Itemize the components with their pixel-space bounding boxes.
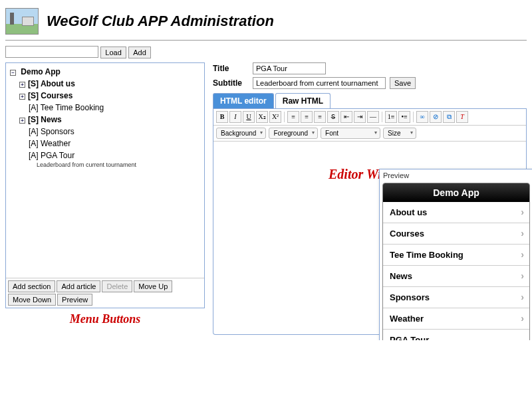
delete-button[interactable]: Delete (102, 280, 132, 292)
separator-icon (382, 112, 382, 122)
tree-item[interactable]: [A] Weather (19, 138, 200, 150)
phone-list-item[interactable]: Tee Time Booking› (383, 245, 529, 266)
add-section-button[interactable]: Add section (8, 280, 55, 292)
background-select[interactable]: Background (216, 128, 266, 139)
tree-item-label: [S] Courses (28, 91, 72, 100)
subtitle-input[interactable] (253, 77, 386, 89)
tree-panel: − Demo App +[S] About us+[S] Courses[A] … (5, 62, 205, 308)
add-article-button[interactable]: Add article (57, 280, 100, 292)
image-icon[interactable]: ⧉ (443, 111, 455, 123)
phone-item-label: Courses (390, 229, 523, 239)
tree-root[interactable]: − Demo App (10, 66, 200, 78)
add-button[interactable]: Add (128, 47, 151, 58)
phone-list-item[interactable]: Weather› (383, 308, 529, 330)
separator-icon (413, 112, 414, 122)
title-input[interactable] (253, 62, 326, 74)
phone-item-label: News (390, 271, 523, 281)
hr-icon[interactable]: — (367, 111, 379, 123)
chevron-right-icon: › (521, 270, 524, 281)
underline-icon[interactable]: U (243, 111, 255, 123)
strike-icon[interactable]: S̶ (327, 111, 339, 123)
subtitle-label: Subtitle (213, 78, 249, 88)
tree-item[interactable]: +[S] Courses (19, 90, 200, 102)
editor-column: Title Subtitle Save HTML editor Raw HTML… (213, 62, 527, 335)
tree-list: +[S] About us+[S] Courses[A] Tee Time Bo… (10, 78, 200, 168)
phone-item-label: Sponsors (390, 292, 523, 302)
outdent-icon[interactable]: ⇤ (340, 111, 352, 123)
format-toolbar-2: Background Foreground Font Size (213, 126, 526, 142)
phone-list-item[interactable]: PGA TourLeaderboard from current tournam… (383, 330, 529, 340)
preview-panel: Preview Demo App About us›Courses›Tee Ti… (379, 169, 532, 340)
preview-button[interactable]: Preview (57, 294, 92, 306)
tree-item[interactable]: [A] Sponsors (19, 126, 200, 138)
unordered-list-icon[interactable]: •≡ (398, 111, 410, 123)
title-label: Title (213, 64, 249, 73)
subscript-icon[interactable]: X₂ (256, 111, 268, 123)
align-right-icon[interactable]: ≡ (314, 111, 326, 123)
chevron-right-icon: › (521, 228, 524, 239)
tree-item-label: [S] News (28, 115, 62, 124)
align-center-icon[interactable]: ≡ (301, 111, 313, 123)
tree-item-label: [A] Sponsors (29, 127, 74, 136)
menu-buttons-annotation: Menu Buttons (5, 312, 205, 326)
italic-icon[interactable]: I (229, 111, 241, 123)
clear-format-icon[interactable]: T (456, 111, 468, 123)
tree-item-label: [A] PGA Tour (29, 151, 74, 160)
ordered-list-icon[interactable]: 1≡ (385, 111, 397, 123)
search-input[interactable] (5, 46, 98, 58)
tree-item-label: [A] Tee Time Booking (29, 103, 104, 112)
chevron-right-icon: › (521, 249, 524, 260)
phone-item-label: About us (390, 207, 523, 217)
tab-html-editor[interactable]: HTML editor (213, 93, 274, 108)
indent-icon[interactable]: ⇥ (354, 111, 366, 123)
tree-item-label: [S] About us (28, 79, 75, 88)
move-up-button[interactable]: Move Up (134, 280, 172, 292)
expand-icon[interactable]: + (19, 82, 25, 88)
foreground-select[interactable]: Foreground (269, 128, 318, 139)
tree-column: − Demo App +[S] About us+[S] Courses[A] … (5, 62, 205, 326)
collapse-icon[interactable]: − (10, 70, 16, 76)
app-header: WeGolf Club APP Administration (5, 5, 527, 41)
expand-icon[interactable]: + (19, 94, 25, 100)
size-select[interactable]: Size (383, 128, 416, 139)
align-left-icon[interactable]: ≡ (287, 111, 299, 123)
page-title: WeGolf Club APP Administration (47, 13, 274, 30)
load-button[interactable]: Load (100, 47, 126, 58)
tree-item-label: [A] Weather (29, 139, 70, 148)
subtitle-row: Subtitle Save (213, 77, 527, 89)
chevron-right-icon: › (521, 338, 524, 340)
font-select[interactable]: Font (321, 128, 380, 139)
phone-header: Demo App (383, 183, 529, 202)
phone-preview: Demo App About us›Courses›Tee Time Booki… (382, 183, 530, 340)
phone-list: About us›Courses›Tee Time Booking›News›S… (383, 202, 529, 340)
tree-item[interactable]: +[S] About us (19, 78, 200, 90)
phone-list-item[interactable]: Sponsors› (383, 287, 529, 308)
tree-item-subtext: Leaderboard from current tournament (19, 161, 200, 168)
save-button[interactable]: Save (390, 77, 416, 89)
chevron-right-icon: › (521, 207, 524, 217)
chevron-right-icon: › (521, 292, 524, 302)
tree-button-bar: Add section Add article Delete Move Up M… (6, 278, 204, 308)
tab-raw-html[interactable]: Raw HTML (275, 93, 331, 108)
phone-list-item[interactable]: Courses› (383, 223, 529, 245)
phone-list-item[interactable]: News› (383, 266, 529, 287)
tree-item[interactable]: [A] PGA Tour (19, 150, 200, 161)
format-toolbar-1: B I U X₂ X² ≡ ≡ ≡ S̶ ⇤ ⇥ — 1≡ •≡ ∞ ⊘ ⧉ (213, 109, 526, 126)
link-icon[interactable]: ∞ (416, 111, 428, 123)
tree-item[interactable]: +[S] News (19, 114, 200, 126)
tree-item[interactable]: [A] Tee Time Booking (19, 102, 200, 114)
phone-item-label: PGA Tour (390, 335, 523, 340)
editor-tabs: HTML editor Raw HTML (213, 93, 527, 109)
superscript-icon[interactable]: X² (269, 111, 281, 123)
preview-title: Preview (380, 169, 532, 181)
app-logo-icon (5, 8, 39, 35)
phone-item-label: Weather (390, 314, 523, 324)
expand-icon[interactable]: + (19, 118, 25, 124)
top-toolbar: Load Add (5, 46, 527, 58)
move-down-button[interactable]: Move Down (8, 294, 56, 306)
title-row: Title (213, 62, 527, 74)
bold-icon[interactable]: B (216, 111, 228, 123)
phone-list-item[interactable]: About us› (383, 202, 529, 223)
tree-body: − Demo App +[S] About us+[S] Courses[A] … (6, 63, 204, 278)
unlink-icon[interactable]: ⊘ (430, 111, 442, 123)
